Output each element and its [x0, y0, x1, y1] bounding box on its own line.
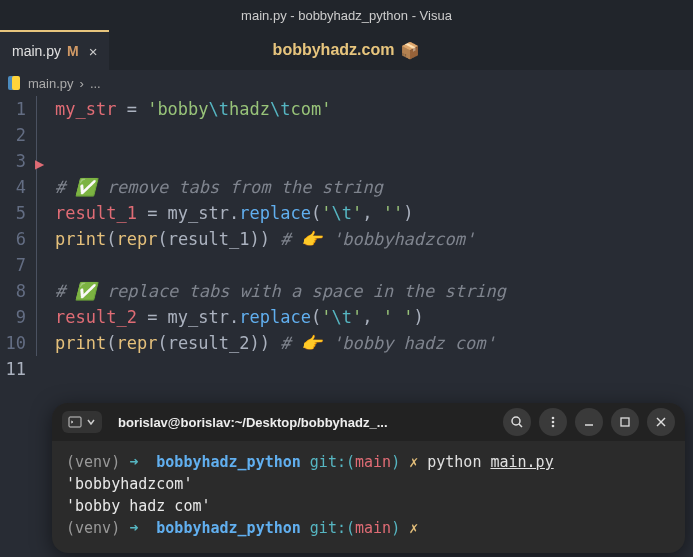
terminal-output: 'bobby hadz com' — [66, 495, 671, 517]
terminal-output: 'bobbyhadzcom' — [66, 473, 671, 495]
editor-tabbar: main.py M × bobbyhadz.com 📦 — [0, 30, 693, 70]
cube-icon: 📦 — [400, 41, 420, 60]
tab-modified-indicator: M — [67, 43, 79, 59]
line-number-gutter: 1 2 3 4 5 6 7 8 9 10 11 — [0, 96, 32, 382]
close-button[interactable] — [647, 408, 675, 436]
maximize-icon — [619, 416, 631, 428]
terminal-icon — [68, 415, 82, 429]
svg-point-5 — [552, 417, 555, 420]
minimize-icon — [583, 416, 595, 428]
code-editor[interactable]: 1 2 3 4 5 6 7 8 9 10 11 my_str = 'bobby\… — [0, 96, 693, 382]
terminal-line: (venv) ➜ bobbyhadz_python git:(main) ✗ p… — [66, 451, 671, 473]
svg-rect-9 — [621, 418, 629, 426]
svg-point-6 — [552, 421, 555, 424]
terminal-title: borislav@borislav:~/Desktop/bobbyhadz_..… — [110, 415, 495, 430]
minimize-button[interactable] — [575, 408, 603, 436]
terminal-header: borislav@borislav:~/Desktop/bobbyhadz_..… — [52, 403, 685, 441]
svg-point-3 — [512, 417, 520, 425]
svg-rect-1 — [12, 76, 20, 90]
terminal-line: (venv) ➜ bobbyhadz_python git:(main) ✗ — [66, 517, 671, 539]
maximize-button[interactable] — [611, 408, 639, 436]
svg-line-4 — [519, 424, 522, 427]
terminal-new-tab-button[interactable] — [62, 411, 102, 433]
chevron-down-icon — [86, 417, 96, 427]
watermark-text: bobbyhadz.com 📦 — [273, 41, 421, 60]
python-file-icon — [6, 75, 22, 91]
kebab-menu-icon — [546, 415, 560, 429]
code-content[interactable]: my_str = 'bobby\thadz\tcom' # ✅ remove t… — [32, 96, 506, 382]
menu-button[interactable] — [539, 408, 567, 436]
close-icon[interactable]: × — [89, 43, 98, 60]
window-title: main.py - bobbyhadz_python - Visua — [241, 8, 452, 23]
breadcrumb-sep: › — [80, 76, 84, 91]
tab-label: main.py — [12, 43, 61, 59]
fold-marker-icon[interactable]: ▶ — [35, 157, 44, 171]
svg-point-7 — [552, 425, 555, 428]
close-icon — [655, 416, 667, 428]
tab-main-py[interactable]: main.py M × — [0, 30, 109, 70]
window-titlebar: main.py - bobbyhadz_python - Visua — [0, 0, 693, 30]
svg-rect-2 — [69, 417, 81, 427]
breadcrumb[interactable]: main.py › ... — [0, 70, 693, 96]
breadcrumb-more: ... — [90, 76, 101, 91]
breadcrumb-file: main.py — [28, 76, 74, 91]
terminal-window[interactable]: borislav@borislav:~/Desktop/bobbyhadz_..… — [52, 403, 685, 553]
search-button[interactable] — [503, 408, 531, 436]
terminal-body[interactable]: (venv) ➜ bobbyhadz_python git:(main) ✗ p… — [52, 441, 685, 553]
search-icon — [510, 415, 524, 429]
